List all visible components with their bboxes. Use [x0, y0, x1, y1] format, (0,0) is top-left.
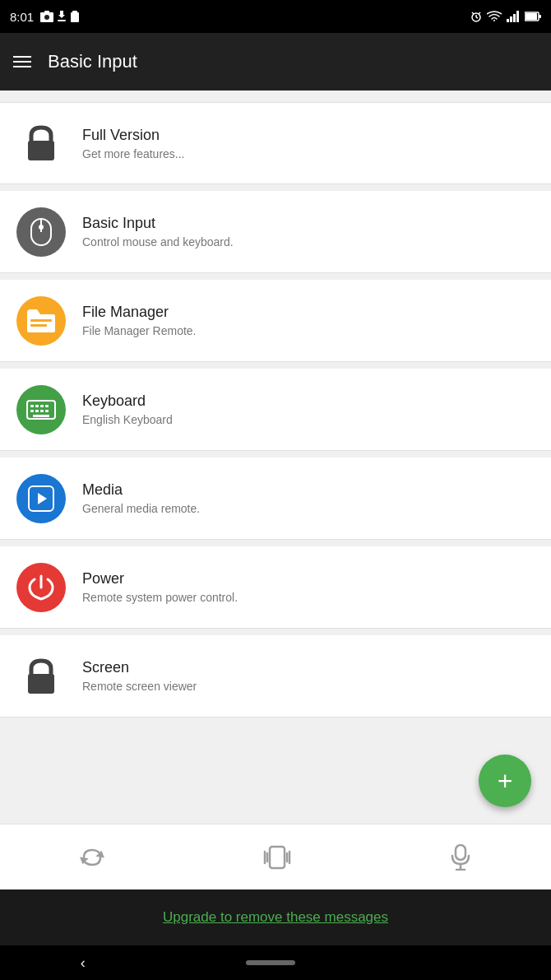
folder-icon: [25, 308, 57, 334]
list-item-media[interactable]: Media General media remote.: [0, 457, 551, 540]
power-text: Power Remote system power control.: [82, 570, 535, 604]
screen-subtitle: Remote screen viewer: [82, 680, 535, 693]
battery-icon: [525, 12, 541, 21]
screen-title: Screen: [82, 659, 535, 676]
svg-rect-27: [35, 405, 39, 407]
screen-text: Screen Remote screen viewer: [82, 659, 535, 693]
media-title: Media: [82, 481, 535, 499]
full-version-subtitle: Get more features...: [82, 147, 535, 160]
svg-marker-36: [38, 493, 47, 504]
power-icon-bg: [16, 563, 66, 612]
svg-rect-18: [539, 15, 541, 18]
svg-rect-33: [45, 410, 49, 412]
refresh-button[interactable]: [70, 835, 114, 880]
svg-rect-2: [44, 11, 49, 13]
ad-banner[interactable]: Upgrade to remove these messages: [0, 889, 551, 945]
mic-icon: [450, 844, 471, 871]
full-version-text: Full Version Get more features...: [82, 127, 535, 160]
svg-rect-31: [35, 410, 39, 412]
bottom-toolbar: [0, 824, 551, 889]
svg-rect-3: [58, 20, 66, 21]
screen-icon-wrapper: [16, 652, 66, 701]
svg-line-10: [472, 12, 474, 14]
svg-rect-34: [33, 415, 49, 417]
photo-icon: [40, 11, 53, 22]
phone-vibrate-button[interactable]: [253, 835, 301, 880]
svg-rect-26: [30, 405, 34, 407]
list-item-screen[interactable]: Screen Remote screen viewer: [0, 635, 551, 718]
power-icon-wrapper: [16, 563, 66, 612]
list-item-keyboard[interactable]: Keyboard English Keyboard: [0, 369, 551, 451]
basic-input-icon-wrapper: [16, 207, 66, 257]
media-text: Media General media remote.: [82, 481, 535, 515]
mouse-icon-bg: [16, 207, 66, 257]
media-icon-wrapper: [16, 474, 66, 523]
power-title: Power: [82, 570, 535, 588]
file-manager-subtitle: File Manager Remote.: [82, 324, 535, 337]
download-icon: [57, 11, 67, 22]
file-manager-icon-wrapper: [16, 296, 66, 346]
file-manager-text: File Manager File Manager Remote.: [82, 304, 535, 337]
lock-plain-icon: [23, 123, 59, 164]
svg-rect-19: [28, 141, 54, 160]
folder-icon-bg: [16, 296, 66, 346]
svg-line-11: [479, 12, 480, 14]
play-icon: [27, 485, 55, 513]
svg-rect-15: [516, 11, 519, 22]
upgrade-text[interactable]: Upgrade to remove these messages: [163, 909, 388, 926]
list-item-file-manager[interactable]: File Manager File Manager Remote.: [0, 280, 551, 362]
nav-bar: ‹: [0, 945, 551, 980]
svg-rect-32: [40, 410, 44, 412]
media-icon-bg: [16, 474, 66, 523]
home-pill[interactable]: [246, 960, 295, 965]
svg-rect-29: [45, 405, 49, 407]
back-button[interactable]: ‹: [81, 954, 86, 972]
status-time: 8:01: [10, 10, 34, 24]
add-fab-button[interactable]: +: [479, 755, 531, 807]
list-item-full-version[interactable]: Full Version Get more features...: [0, 102, 551, 184]
keyboard-icon-bg: [16, 385, 66, 434]
power-icon: [26, 573, 56, 602]
media-subtitle: General media remote.: [82, 502, 535, 515]
full-version-title: Full Version: [82, 127, 535, 144]
microphone-button[interactable]: [440, 834, 481, 880]
phone-vibrate-icon: [263, 845, 291, 870]
keyboard-subtitle: English Keyboard: [82, 413, 535, 426]
svg-rect-12: [507, 19, 509, 22]
alarm-icon: [470, 11, 482, 22]
add-icon: +: [498, 768, 513, 794]
refresh-icon: [80, 845, 104, 870]
basic-input-subtitle: Control mouse and keyboard.: [82, 235, 535, 248]
basic-input-title: Basic Input: [82, 215, 535, 232]
clipboard-icon: [70, 11, 80, 22]
keyboard-title: Keyboard: [82, 392, 535, 410]
basic-input-text: Basic Input Control mouse and keyboard.: [82, 215, 535, 248]
keyboard-text: Keyboard English Keyboard: [82, 392, 535, 426]
svg-marker-4: [58, 11, 65, 18]
list-item-basic-input[interactable]: Basic Input Control mouse and keyboard.: [0, 191, 551, 273]
svg-rect-45: [456, 845, 465, 860]
svg-point-1: [44, 15, 49, 20]
svg-rect-14: [513, 14, 516, 22]
app-title: Basic Input: [48, 51, 137, 72]
power-subtitle: Remote system power control.: [82, 591, 535, 604]
content-area: Full Version Get more features... Basic …: [0, 102, 551, 718]
svg-rect-13: [510, 16, 512, 22]
svg-rect-5: [71, 12, 79, 22]
svg-rect-28: [40, 405, 44, 407]
status-icons-right: [470, 11, 541, 22]
file-manager-title: File Manager: [82, 304, 535, 321]
lock-screen-icon: [23, 656, 59, 697]
list-item-power[interactable]: Power Remote system power control.: [0, 546, 551, 629]
svg-rect-40: [270, 847, 285, 868]
keyboard-icon-wrapper: [16, 385, 66, 434]
status-bar: 8:01: [0, 0, 551, 33]
svg-rect-24: [30, 324, 47, 327]
full-version-icon-wrapper: [16, 118, 66, 168]
status-bar-left: 8:01: [10, 10, 80, 24]
svg-line-9: [476, 17, 478, 18]
app-bar: Basic Input: [0, 33, 551, 91]
svg-rect-30: [30, 410, 34, 412]
svg-rect-6: [72, 11, 77, 13]
hamburger-menu-button[interactable]: [13, 56, 31, 67]
